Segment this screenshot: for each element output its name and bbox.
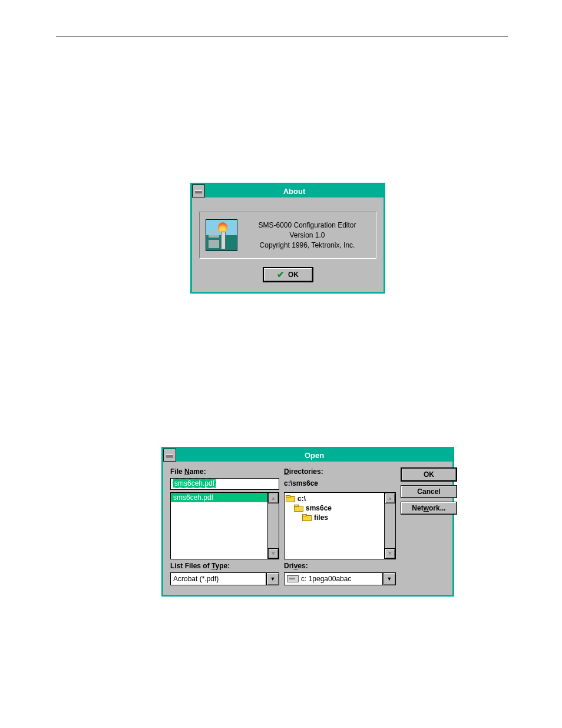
product-version: Version 1.0: [244, 230, 370, 241]
about-body: SMS-6000 Configuration Editor Version 1.…: [192, 197, 384, 292]
type-filter-combo[interactable]: Acrobat (*.pdf) ▼: [170, 572, 279, 585]
open-dialog: Open File Name: sms6ceh.pdf sms6ceh.pdf …: [161, 447, 454, 597]
open-title: Open: [176, 451, 452, 460]
drives-label: Drives:: [284, 562, 396, 570]
dir-item[interactable]: sms6ce: [286, 503, 383, 513]
file-list[interactable]: sms6ceh.pdf ▲ ▼: [170, 492, 279, 559]
system-menu-icon[interactable]: [192, 185, 205, 197]
folder-open-icon: [294, 505, 303, 512]
list-type-label: List Files of Type:: [170, 562, 279, 570]
app-logo-icon: [206, 219, 237, 251]
current-path: c:\sms6ce: [284, 479, 396, 490]
file-name-input-wrap: sms6ceh.pdf: [170, 478, 279, 490]
dropdown-icon[interactable]: ▼: [266, 572, 279, 585]
button-column: OK Cancel Network...: [401, 467, 457, 559]
network-button[interactable]: Network...: [401, 502, 457, 515]
page: About SMS-6000 Configuration Editor Vers…: [0, 0, 562, 728]
drive-icon: [287, 575, 299, 582]
type-filter-value: Acrobat (*.pdf): [170, 572, 266, 585]
open-titlebar: Open: [163, 449, 452, 462]
dir-item[interactable]: c:\: [286, 494, 383, 503]
dir-item[interactable]: files: [286, 513, 383, 522]
header-rule: [56, 37, 508, 37]
open-body: File Name: sms6ceh.pdf sms6ceh.pdf ▲ ▼ L…: [163, 462, 452, 595]
file-list-scrollbar[interactable]: ▲ ▼: [267, 493, 279, 559]
ok-button[interactable]: OK: [401, 467, 457, 482]
scroll-up-icon[interactable]: ▲: [268, 493, 279, 503]
dir-scrollbar[interactable]: ▲ ▼: [384, 493, 395, 559]
drives-value: c: 1pega00abac: [284, 572, 383, 585]
scroll-down-icon[interactable]: ▼: [268, 548, 279, 559]
directory-tree[interactable]: c:\ sms6ce files ▲ ▼: [284, 492, 396, 559]
about-text: SMS-6000 Configuration Editor Version 1.…: [244, 220, 370, 251]
checkmark-icon: ✔: [277, 269, 285, 280]
file-name-input[interactable]: sms6ceh.pdf: [170, 478, 279, 490]
about-ok-button[interactable]: ✔ OK: [263, 267, 313, 282]
system-menu-icon[interactable]: [163, 449, 176, 462]
folder-open-icon: [286, 495, 295, 502]
folder-closed-icon: [302, 514, 312, 521]
about-ok-label: OK: [288, 271, 299, 279]
scroll-down-icon[interactable]: ▼: [385, 548, 395, 559]
cancel-button[interactable]: Cancel: [401, 485, 457, 498]
scroll-up-icon[interactable]: ▲: [385, 493, 395, 503]
about-titlebar: About: [192, 185, 384, 197]
about-title: About: [205, 187, 384, 196]
directories-label: Directories:: [284, 467, 396, 476]
about-dialog: About SMS-6000 Configuration Editor Vers…: [190, 183, 385, 294]
dropdown-icon[interactable]: ▼: [383, 572, 396, 585]
drives-combo[interactable]: c: 1pega00abac ▼: [284, 572, 396, 585]
product-name: SMS-6000 Configuration Editor: [244, 220, 370, 230]
about-panel: SMS-6000 Configuration Editor Version 1.…: [199, 212, 376, 259]
list-item[interactable]: sms6ceh.pdf: [171, 493, 267, 502]
file-name-label: File Name:: [170, 467, 279, 476]
product-copyright: Copyright 1996, Tektronix, Inc.: [244, 241, 370, 251]
